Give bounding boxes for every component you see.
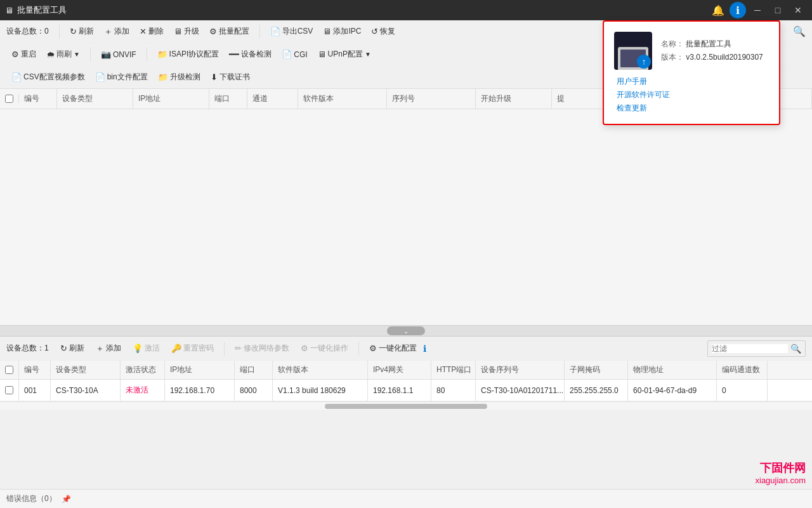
lower-header-mask: 子网掩码: [565, 361, 628, 379]
add-label: 添加: [114, 26, 129, 37]
upper-header-port: 端口: [209, 89, 247, 109]
lower-header-ip: IP地址: [165, 361, 235, 379]
title-bar-controls: 🔔 ℹ ─ □ ✕: [709, 1, 807, 19]
onvif-button[interactable]: 📷 ONVIF: [96, 48, 141, 61]
lower-device-total: 设备总数：1: [6, 343, 54, 354]
popup-info: 名称： 批量配置工具 版本： v3.0.2.5build20190307: [661, 39, 763, 63]
one-click-op-button[interactable]: ⚙ 一键化操作: [296, 341, 353, 356]
sep3: [90, 48, 91, 62]
delete-button[interactable]: ✕ 删除: [134, 24, 169, 39]
row-checkbox[interactable]: [5, 386, 13, 394]
reset-pwd-button[interactable]: 🔑 重置密码: [166, 341, 219, 356]
download-cert-label: 下载证书: [219, 72, 250, 83]
check-update-link[interactable]: 检查更新: [617, 103, 769, 114]
add-ipc-button[interactable]: 🖥 添加IPC: [318, 24, 366, 39]
lower-add-button[interactable]: ＋ 添加: [91, 341, 126, 356]
lower-check-all[interactable]: [5, 366, 13, 374]
lower-table-header: 编号 设备类型 激活状态 IP地址 端口 软件版本 IPv4网关 HTTP端口 …: [0, 361, 812, 380]
modify-net-icon: ✏: [235, 344, 242, 353]
one-click-op-icon: ⚙: [301, 344, 308, 353]
scrollbar-thumb[interactable]: [325, 404, 487, 409]
popup-app-name: 批量配置工具: [686, 39, 731, 48]
upgrade-icon: 🖥: [174, 27, 182, 36]
pin-icon[interactable]: 📌: [62, 495, 71, 504]
csv-video-icon: 📄: [11, 72, 22, 82]
upgrade-label: 升级: [184, 26, 199, 37]
add-button[interactable]: ＋ 添加: [99, 24, 134, 39]
onvif-icon: 📷: [101, 50, 111, 59]
lower-header-num: 编号: [19, 361, 51, 379]
row-check[interactable]: [0, 380, 19, 401]
upper-check-all[interactable]: [5, 95, 13, 103]
lower-refresh-button[interactable]: ↻ 刷新: [55, 341, 89, 356]
filter-search-icon[interactable]: 🔍: [790, 344, 801, 354]
one-click-op-label: 一键化操作: [310, 343, 348, 354]
batch-label: 批量配置: [219, 26, 249, 37]
isapi-button[interactable]: 📁 ISAPI协议配置: [152, 47, 225, 62]
bin-label: bin文件配置: [107, 72, 148, 83]
upnp-label: UPnP配置: [328, 49, 363, 60]
lower-header-mac: 物理地址: [628, 361, 717, 379]
download-cert-button[interactable]: ⬇ 下载证书: [206, 70, 255, 84]
device-detect-label: 设备检测: [241, 49, 272, 60]
upnp-button[interactable]: 🖥 UPnP配置 ▼: [313, 47, 376, 62]
app-container: 🖥 批量配置工具 🔔 ℹ ─ □ ✕ 设备总数：0 ↻ 刷新 ＋ 添加 ✕: [0, 0, 812, 508]
lower-header-activation: 激活状态: [121, 361, 165, 379]
upgrade-button[interactable]: 🖥 升级: [169, 24, 204, 39]
divider-arrow[interactable]: ⌄: [387, 326, 425, 335]
sep2: [259, 25, 260, 39]
filter-box: 🔍: [707, 340, 806, 357]
info-icon[interactable]: ℹ: [730, 2, 746, 18]
recover-button[interactable]: ↺ 恢复: [366, 24, 400, 39]
open-source-link[interactable]: 开源软件许可证: [617, 90, 769, 100]
cgi-button[interactable]: 📄 CGI: [277, 48, 312, 61]
export-csv-button[interactable]: 📄 导出CSV: [265, 24, 318, 39]
batch-config-button[interactable]: ⚙ 批量配置: [204, 24, 254, 39]
table-row[interactable]: 001 CS-T30-10A 未激活 192.168.1.70 8000 V1.…: [0, 380, 812, 401]
horizontal-scrollbar[interactable]: [0, 401, 812, 410]
minimize-button[interactable]: ─: [749, 1, 766, 19]
delete-label: 删除: [148, 26, 164, 37]
lower-section: 设备总数：1 ↻ 刷新 ＋ 添加 💡 激活 🔑 重置密码 ✏ 修改网络参数: [0, 337, 812, 489]
upnp-arrow: ▼: [365, 51, 371, 58]
search-icon-upper[interactable]: 🔍: [793, 25, 806, 37]
lower-refresh-icon: ↻: [60, 344, 67, 353]
row-channels: 0: [717, 380, 768, 401]
row-type: CS-T30-10A: [51, 380, 121, 401]
bin-config-button[interactable]: 📄 bin文件配置: [90, 70, 153, 84]
one-click-config-button[interactable]: ⚙ 一键化配置: [364, 341, 422, 356]
csv-video-button[interactable]: 📄 CSV配置视频参数: [6, 70, 90, 84]
refresh-icon: ↻: [70, 27, 77, 36]
restart-button[interactable]: ⚙ 重启: [6, 47, 41, 62]
activate-label: 激活: [145, 343, 160, 354]
recover-icon: ↺: [371, 27, 378, 36]
upper-header-sw: 软件版本: [298, 89, 387, 109]
device-detect-button[interactable]: ━━ 设备检测: [224, 47, 277, 62]
activate-button[interactable]: 💡 激活: [128, 341, 165, 356]
recover-label: 恢复: [380, 26, 395, 37]
lower-header-check[interactable]: [0, 361, 19, 379]
rain-label: 雨刷: [56, 49, 72, 60]
maximize-button[interactable]: □: [769, 1, 787, 19]
upper-header-ip: IP地址: [133, 89, 209, 109]
upper-header-num: 编号: [19, 89, 57, 109]
upgrade-check-icon: 📁: [158, 72, 168, 82]
upgrade-check-button[interactable]: 📁 升级检测: [153, 70, 206, 84]
upper-header-type: 设备类型: [57, 89, 133, 109]
add-icon: ＋: [104, 26, 112, 37]
row-http: 80: [431, 380, 476, 401]
upper-header-check[interactable]: [0, 95, 19, 103]
upper-header-upgrade: 开始升级: [476, 89, 552, 109]
close-button[interactable]: ✕: [789, 1, 807, 19]
status-bar: 错误信息（0） 📌: [0, 489, 812, 508]
rain-button[interactable]: 🌧 雨刷 ▼: [41, 47, 85, 62]
lower-header-channels: 编码通道数: [717, 361, 768, 379]
notification-icon[interactable]: 🔔: [709, 2, 727, 19]
popup-links: 用户手册 开源软件许可证 检查更新: [614, 76, 769, 114]
lower-sep1: [224, 342, 225, 356]
user-manual-link[interactable]: 用户手册: [617, 76, 769, 87]
export-label: 导出CSV: [282, 26, 313, 37]
filter-input[interactable]: [712, 344, 788, 353]
refresh-button[interactable]: ↻ 刷新: [65, 24, 99, 39]
modify-net-button[interactable]: ✏ 修改网络参数: [230, 341, 294, 356]
